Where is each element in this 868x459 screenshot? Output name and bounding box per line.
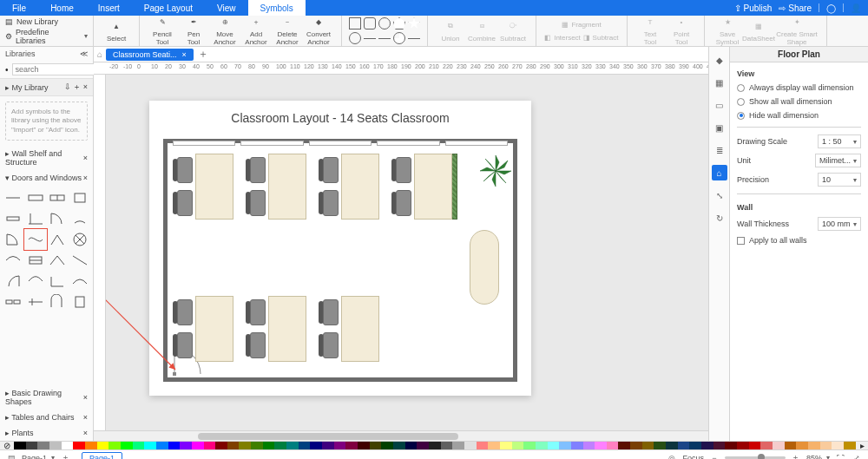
tab-insert[interactable]: Insert bbox=[86, 0, 132, 16]
doc-tab-close-icon[interactable]: × bbox=[182, 50, 187, 59]
tab-page-layout[interactable]: Page Layout bbox=[132, 0, 205, 16]
text-tool[interactable]: TText Tool bbox=[635, 16, 666, 46]
page-tab[interactable]: Page-1 bbox=[82, 452, 122, 460]
room-outline[interactable] bbox=[163, 139, 517, 382]
chair[interactable] bbox=[391, 190, 412, 216]
door-symbol-18[interactable] bbox=[47, 271, 69, 292]
share-button[interactable]: ⇨ Share bbox=[779, 3, 812, 13]
publish-button[interactable]: ⇪ Publish bbox=[734, 3, 773, 13]
color-swatch[interactable] bbox=[215, 442, 227, 449]
intersect-tool[interactable]: ◧Intersect bbox=[543, 31, 582, 43]
shape-curve[interactable] bbox=[408, 32, 420, 44]
point-tool[interactable]: •Point Tool bbox=[666, 16, 697, 46]
shape-rect[interactable] bbox=[349, 17, 361, 30]
color-swatch[interactable] bbox=[785, 442, 797, 449]
desk-cluster[interactable] bbox=[173, 296, 239, 362]
datasheet[interactable]: ▦DataSheet bbox=[743, 16, 774, 46]
color-swatch[interactable] bbox=[536, 442, 548, 449]
fullscreen-icon[interactable]: ⤢ bbox=[851, 452, 863, 460]
opt-show-all[interactable]: Show all wall dimension bbox=[737, 97, 861, 106]
rail-page-icon[interactable]: ▭ bbox=[712, 97, 727, 113]
smart-shape[interactable]: ✦Create Smart Shape bbox=[774, 16, 819, 46]
color-swatch[interactable] bbox=[381, 442, 393, 449]
window[interactable] bbox=[240, 141, 303, 146]
predefine-libraries-button[interactable]: ⚙Predefine Libraries▾ bbox=[5, 28, 88, 45]
union-tool[interactable]: ⧉Union bbox=[435, 16, 466, 46]
color-swatch[interactable] bbox=[274, 442, 286, 449]
color-swatch[interactable] bbox=[452, 442, 464, 449]
color-swatch[interactable] bbox=[464, 442, 477, 449]
window[interactable] bbox=[377, 141, 439, 146]
shape-round-rect[interactable] bbox=[364, 17, 376, 30]
color-swatch[interactable] bbox=[630, 442, 642, 449]
wall-thickness-select[interactable]: 100 mm▾ bbox=[818, 217, 861, 231]
desk[interactable] bbox=[341, 296, 379, 362]
color-swatch[interactable] bbox=[156, 442, 168, 449]
door-symbol-10[interactable] bbox=[47, 229, 69, 250]
color-swatch[interactable] bbox=[441, 442, 453, 449]
color-swatch[interactable] bbox=[133, 442, 145, 449]
new-library-button[interactable]: ▤New Library bbox=[5, 17, 88, 26]
color-swatch[interactable] bbox=[37, 442, 49, 449]
door-symbol-22[interactable] bbox=[47, 292, 69, 312]
window[interactable] bbox=[309, 141, 372, 146]
color-swatch[interactable] bbox=[26, 442, 38, 449]
color-swatch[interactable] bbox=[477, 442, 489, 449]
shape-arc[interactable] bbox=[364, 32, 376, 44]
color-swatch[interactable] bbox=[595, 442, 607, 449]
color-swatch[interactable] bbox=[251, 442, 263, 449]
chair[interactable] bbox=[391, 157, 412, 183]
chair[interactable] bbox=[319, 299, 339, 325]
chair[interactable] bbox=[246, 332, 266, 358]
color-swatch[interactable] bbox=[701, 442, 713, 449]
color-swatch[interactable] bbox=[583, 442, 595, 449]
door-symbol-5[interactable] bbox=[24, 208, 47, 229]
cat-doors-windows[interactable]: ▾ Doors and Windows× bbox=[0, 170, 93, 186]
rail-fill-icon[interactable]: ▦ bbox=[712, 75, 727, 90]
libraries-close-icon[interactable]: ≪ bbox=[80, 49, 88, 58]
color-swatch[interactable] bbox=[239, 442, 251, 449]
color-swatch[interactable] bbox=[97, 442, 109, 449]
horizontal-scrollbar[interactable] bbox=[94, 430, 708, 441]
color-swatch[interactable] bbox=[666, 442, 678, 449]
desk[interactable] bbox=[268, 154, 306, 220]
precision-select[interactable]: 10▾ bbox=[818, 173, 861, 187]
cat-tables-chairs[interactable]: ▸ Tables and Chairs× bbox=[0, 410, 93, 425]
add-anchor-tool[interactable]: ＋Add Anchor bbox=[240, 16, 272, 46]
desk[interactable] bbox=[268, 296, 306, 362]
convert-anchor-tool[interactable]: ◆Convert Anchor bbox=[303, 16, 334, 46]
chair[interactable] bbox=[246, 157, 266, 183]
color-swatch[interactable] bbox=[773, 442, 785, 449]
color-swatch[interactable] bbox=[204, 442, 216, 449]
doc-home-icon[interactable]: ⌂ bbox=[97, 49, 102, 59]
color-swatch[interactable] bbox=[607, 442, 619, 449]
color-swatch[interactable] bbox=[334, 442, 346, 449]
color-swatch[interactable] bbox=[14, 442, 26, 449]
plant[interactable] bbox=[480, 155, 511, 187]
door-symbol-4[interactable] bbox=[2, 208, 24, 229]
color-swatch[interactable] bbox=[227, 442, 240, 449]
door-symbol-23[interactable] bbox=[69, 292, 91, 312]
rail-history-icon[interactable]: ↻ bbox=[712, 210, 727, 226]
add-icon[interactable]: ＋ bbox=[73, 82, 81, 91]
color-swatch[interactable] bbox=[263, 442, 275, 449]
opt-always-display[interactable]: Always display wall dimension bbox=[737, 83, 861, 92]
color-swatch[interactable] bbox=[168, 442, 181, 449]
focus-icon[interactable]: ◎ bbox=[666, 452, 678, 460]
chair[interactable] bbox=[246, 299, 266, 325]
color-swatch[interactable] bbox=[844, 442, 856, 449]
help-icon[interactable]: ◯ bbox=[826, 3, 836, 13]
scrollbar-thumb[interactable] bbox=[198, 433, 458, 440]
unit-select[interactable]: Milimet...▾ bbox=[815, 154, 861, 167]
close-icon[interactable]: × bbox=[83, 82, 88, 91]
outline-view-icon[interactable]: ▤ bbox=[5, 452, 17, 460]
drawing-scale-select[interactable]: 1 : 50▾ bbox=[818, 134, 861, 148]
color-swatch[interactable] bbox=[512, 442, 524, 449]
fit-page-icon[interactable]: ⛶ bbox=[834, 452, 846, 460]
color-swatch[interactable] bbox=[642, 442, 654, 449]
subtract-tool[interactable]: ⧃Subtract bbox=[497, 16, 529, 46]
door-symbol-9[interactable] bbox=[24, 229, 47, 250]
color-swatch[interactable] bbox=[180, 442, 192, 449]
door-symbol-8[interactable] bbox=[2, 229, 24, 250]
new-doc-tab[interactable]: ＋ bbox=[197, 49, 209, 61]
